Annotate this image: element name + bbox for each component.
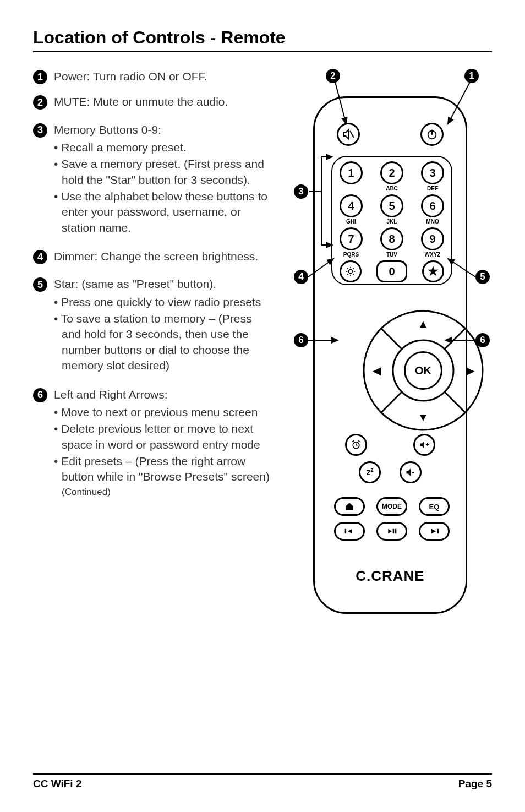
key-1: 1 (340, 161, 363, 184)
svg-point-14 (349, 270, 353, 274)
key-0: 0 (376, 260, 407, 282)
key-5: 5 (380, 194, 403, 217)
sleep-button-icon: zz (359, 461, 381, 483)
item-2: 2 MUTE: Mute or unmute the audio. (33, 94, 272, 110)
item-3-sub-2: • Use the alphabet below these buttons t… (54, 189, 272, 236)
star-button-icon: ★ (422, 260, 444, 282)
power-button-icon (420, 123, 444, 146)
svg-line-32 (352, 441, 354, 442)
key-7: 7 (340, 227, 363, 250)
play-pause-icon (376, 522, 407, 541)
badge-1: 1 (33, 70, 47, 84)
alarm-button-icon (345, 434, 367, 456)
item-6-sub-1: • Delete previous letter or move to next… (54, 421, 272, 453)
controls-list: 1 Power: Turn radio ON or OFF. 2 MUTE: M… (33, 69, 272, 509)
item-1: 1 Power: Turn radio ON or OFF. (33, 69, 272, 84)
title-rule (33, 51, 492, 52)
remote-diagram: 2 1 3 4 5 6 6 (283, 69, 492, 509)
home-button-icon (334, 497, 365, 516)
mute-button-icon (337, 123, 360, 146)
key-6: 6 (421, 194, 444, 217)
callout-3: 3 (294, 184, 308, 199)
footer-rule (33, 773, 492, 775)
page-title: Location of Controls - Remote (33, 28, 492, 48)
volume-up-icon: + (413, 434, 435, 456)
badge-5: 5 (33, 277, 47, 292)
key-3-sub: DEF (421, 186, 444, 192)
item-6-sub-0: • Move to next or previous menu screen (54, 405, 272, 420)
remote-outline: 1 2 ABC 3 DEF 4 GHI 5 JKL 6 MNO 7 PQRS 8… (313, 96, 467, 614)
callout-1: 1 (464, 69, 479, 83)
svg-line-26 (445, 328, 466, 349)
footer-left: CC WiFi 2 (33, 778, 82, 790)
badge-3: 3 (33, 123, 47, 138)
badge-2: 2 (33, 95, 47, 110)
svg-line-19 (347, 268, 348, 269)
mode-button: MODE (376, 497, 407, 516)
dimmer-button-icon (340, 260, 362, 282)
callout-6a: 6 (294, 333, 308, 347)
continued-note: (Continued) (54, 486, 272, 499)
svg-line-33 (358, 441, 360, 442)
svg-line-21 (347, 274, 348, 275)
item-3: 3 Memory Buttons 0-9: • Recall a memory … (33, 122, 272, 237)
callout-2: 2 (326, 69, 340, 83)
svg-text:-: - (412, 468, 414, 475)
item-2-text: MUTE: Mute or unmute the audio. (54, 94, 228, 110)
eq-button: EQ (419, 497, 450, 516)
svg-line-28 (445, 392, 466, 413)
item-3-sub-1: • Save a memory preset. (First press and… (54, 156, 272, 188)
arrow-left-icon: ◀ (368, 362, 385, 379)
item-4: 4 Dimmer: Change the screen brightness. (33, 249, 272, 264)
footer: CC WiFi 2 Page 5 (33, 773, 492, 790)
dpad: OK ▲ ▼ ◀ ▶ (360, 307, 486, 434)
ok-button: OK (404, 351, 442, 390)
svg-line-27 (381, 392, 402, 413)
svg-rect-39 (393, 529, 395, 533)
svg-text:+: + (426, 442, 429, 448)
svg-marker-41 (431, 529, 436, 533)
item-4-text: Dimmer: Change the screen brightness. (54, 249, 258, 264)
brand-label: C.CRANE (315, 568, 466, 585)
item-5-sub-1: • To save a station to memory – (Press a… (54, 311, 272, 373)
svg-rect-36 (345, 529, 347, 533)
prev-track-icon (334, 522, 365, 541)
arrow-down-icon: ▼ (415, 409, 431, 426)
item-5-text: Star: (same as "Preset" button). (54, 276, 272, 292)
key-4-sub: GHI (340, 219, 363, 225)
item-5: 5 Star: (same as "Preset" button). • Pre… (33, 276, 272, 374)
callout-4: 4 (294, 270, 308, 284)
key-2-sub: ABC (380, 186, 403, 192)
svg-rect-40 (395, 529, 397, 533)
key-4: 4 (340, 194, 363, 217)
item-5-sub-0: • Press one quickly to view radio preset… (54, 295, 272, 310)
key-8-sub: TUV (380, 252, 403, 258)
arrow-right-icon: ▶ (462, 362, 478, 379)
svg-marker-38 (388, 529, 392, 533)
key-8: 8 (380, 227, 403, 250)
item-3-text: Memory Buttons 0-9: (54, 122, 272, 138)
svg-marker-37 (348, 529, 352, 533)
next-track-icon (419, 522, 450, 541)
svg-line-22 (353, 268, 354, 269)
key-3: 3 (421, 161, 444, 184)
item-6: 6 Left and Right Arrows: • Move to next … (33, 387, 272, 499)
badge-4: 4 (33, 250, 47, 264)
content: 1 Power: Turn radio ON or OFF. 2 MUTE: M… (33, 69, 492, 509)
key-5-sub: JKL (380, 219, 403, 225)
item-6-sub-2: • Edit presets – (Press the right arrow … (54, 454, 272, 485)
svg-line-20 (353, 274, 354, 275)
svg-line-25 (381, 328, 402, 349)
footer-right: Page 5 (458, 778, 492, 790)
key-7-sub: PQRS (340, 252, 363, 258)
item-3-sub-0: • Recall a memory preset. (54, 140, 272, 155)
key-9: 9 (421, 227, 444, 250)
arrow-up-icon: ▲ (415, 315, 431, 332)
key-6-sub: MNO (421, 219, 444, 225)
svg-rect-42 (438, 529, 439, 533)
item-6-text: Left and Right Arrows: (54, 387, 272, 402)
svg-line-11 (350, 131, 354, 138)
item-1-text: Power: Turn radio ON or OFF. (54, 69, 207, 84)
key-9-sub: WXYZ (421, 252, 444, 258)
badge-6: 6 (33, 388, 47, 402)
